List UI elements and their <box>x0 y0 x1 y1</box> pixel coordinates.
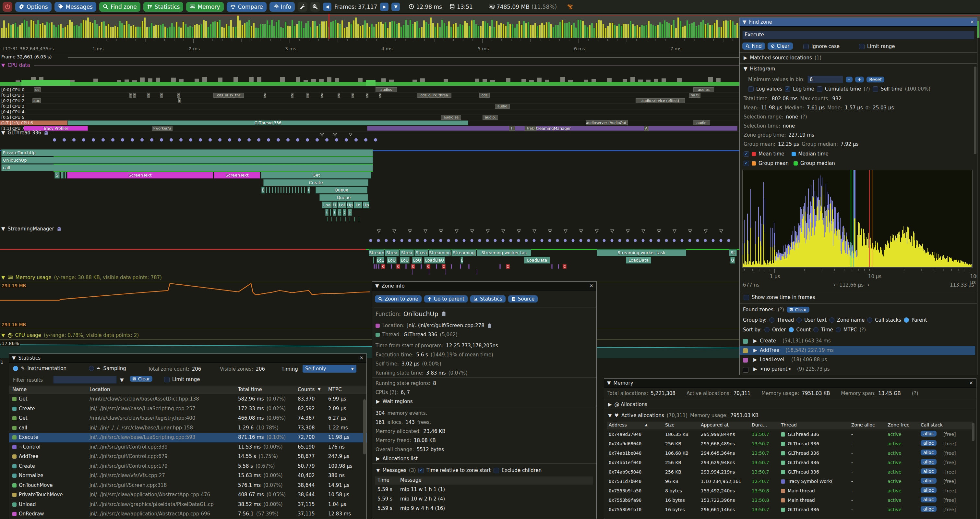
cpu-chip[interactable]: audioserver (AudioOut_D) <box>585 120 628 125</box>
lock-zone[interactable] <box>375 264 377 269</box>
column-header[interactable]: Appeared at <box>701 422 729 428</box>
found-zone-group[interactable]: ▶<no parent>(9) 225.73 µs <box>740 365 975 374</box>
timeline-zone[interactable]: ( <box>325 209 328 216</box>
collapse-icon[interactable]: ▼ <box>376 467 380 473</box>
self-time-checkbox[interactable] <box>873 86 878 92</box>
show-zone-time-checkbox[interactable] <box>744 295 749 300</box>
expand-icon[interactable]: ▶ <box>376 399 380 404</box>
cpu-chip[interactable]: c <box>133 93 136 98</box>
alloc-button[interactable]: alloc <box>921 497 937 503</box>
group-by-zone-name[interactable] <box>829 318 834 323</box>
free-link[interactable]: [free] <box>943 469 956 474</box>
timeline-zone[interactable]: Streaming <box>452 249 476 256</box>
limit-range-checkbox[interactable] <box>859 44 865 50</box>
collapse-icon[interactable]: ▼ <box>1 62 5 68</box>
find-button[interactable]: Find <box>742 43 765 50</box>
close-icon[interactable]: ✕ <box>359 355 364 361</box>
timeline-zone[interactable]: St <box>729 249 737 256</box>
find-zone-button[interactable]: Find zone <box>99 2 140 12</box>
timeline-zone[interactable]: Strea <box>414 249 428 256</box>
window-titlebar[interactable]: ▼Statistics✕ <box>9 354 366 363</box>
lock-zone[interactable] <box>558 264 559 269</box>
time-relative-checkbox[interactable]: ✓ <box>418 468 424 473</box>
lock-zone[interactable] <box>378 264 379 269</box>
column-header[interactable]: Zone alloc <box>851 422 875 428</box>
help-icon[interactable]: (?) <box>912 390 918 396</box>
window-titlebar[interactable]: ▼Zone info✕ <box>372 282 597 291</box>
free-link[interactable]: [free] <box>943 498 956 503</box>
cpu-chip[interactable]: c <box>177 93 180 98</box>
column-header[interactable]: Location <box>89 386 110 393</box>
alloc-button[interactable]: alloc <box>921 450 937 455</box>
close-icon[interactable]: ✕ <box>589 283 593 289</box>
log-time-checkbox[interactable]: ✓ <box>785 86 790 92</box>
sampling-radio[interactable] <box>89 366 94 371</box>
group-by-parent[interactable] <box>904 318 909 323</box>
timeline-zone[interactable]: Loa <box>322 201 332 208</box>
collapse-icon[interactable]: ▼ <box>743 19 746 25</box>
find-zone-search-input[interactable]: Execute <box>742 31 975 39</box>
cpu-chip[interactable]: audio.service (effect) <box>636 98 685 103</box>
alloc-button[interactable]: alloc <box>921 487 937 493</box>
table-row[interactable]: Createjni/../jni/src/claw/base/LuaScript… <box>9 404 367 414</box>
collapse-icon[interactable]: ▼ <box>375 283 379 289</box>
table-row[interactable]: Createjni/../jni/src/guif/Control.cpp:17… <box>9 462 367 471</box>
found-zone-group[interactable]: ▶LoadLevel(18) 406.88 µs <box>740 355 975 364</box>
expand-icon[interactable]: ▶ <box>753 338 757 344</box>
info-button[interactable]: Info <box>269 2 295 12</box>
expand-icon[interactable]: ▶ <box>376 456 380 462</box>
cpu-chip[interactable]: c <box>264 93 266 98</box>
column-header[interactable]: Message <box>400 477 422 483</box>
cpu-row[interactable]: [0:2] CPU 2auckaudio.service (effect) <box>0 98 740 104</box>
alloc-button[interactable]: alloc <box>921 468 937 474</box>
source-button[interactable]: Source <box>508 295 538 302</box>
table-row[interactable]: Get/mnt/e/claw/src/claw/base/AssetDict.h… <box>9 395 367 404</box>
ignore-case-checkbox[interactable] <box>803 44 809 50</box>
free-link[interactable]: [free] <box>943 479 956 484</box>
messages-button[interactable]: Messages <box>54 2 96 12</box>
cpu-chip[interactable]: c <box>160 93 163 98</box>
cpu-row[interactable]: [0:5] CPU 5audio.seaudio. <box>0 115 740 120</box>
zoom-to-zone-button[interactable]: Zoom to zone <box>375 295 422 302</box>
cpu-chip[interactable]: c <box>379 93 381 98</box>
cumulate-time-checkbox[interactable] <box>817 86 822 92</box>
free-link[interactable]: [free] <box>943 450 956 456</box>
cpu-chip[interactable]: cds_ol_rx_thr <box>213 93 244 98</box>
message-row[interactable]: 5.59 smip 9 w 4 h 4 (16) <box>375 505 593 514</box>
close-icon[interactable]: ✕ <box>969 380 973 386</box>
go-to-parent-button[interactable]: Go to parent <box>424 295 468 302</box>
lock-zone[interactable] <box>406 264 407 269</box>
cpu-chip[interactable]: c <box>147 93 150 98</box>
contended-zone[interactable]: C <box>506 264 510 269</box>
collapse-icon[interactable]: ▼ <box>607 380 611 386</box>
compare-button[interactable]: Compare <box>227 2 267 12</box>
timeline-zone[interactable]: ScreenText <box>214 172 260 179</box>
free-link[interactable]: [free] <box>943 432 956 437</box>
timeline-zone[interactable]: Lo <box>354 201 362 208</box>
funnel-icon[interactable]: ▼ <box>120 377 124 383</box>
timeline-zone[interactable]: LoadData <box>626 257 651 263</box>
found-zone-group[interactable]: ▶Create(54,131) 643.34 ms <box>740 337 975 346</box>
timeline-zone[interactable]: Loi <box>337 201 346 208</box>
cpu-chip[interactable]: c <box>337 93 340 98</box>
expand-icon[interactable]: ▶ <box>753 357 757 363</box>
histogram-plot[interactable] <box>742 170 972 268</box>
lock-zone[interactable] <box>468 264 469 269</box>
lock-zone[interactable] <box>436 264 437 269</box>
expand-icon[interactable]: ▶ <box>744 55 748 61</box>
min-bin-input[interactable]: 6 <box>808 76 843 83</box>
cpu-chip[interactable]: os <box>34 87 41 92</box>
cpu-chip[interactable]: k <box>178 98 181 103</box>
timeline-zone[interactable] <box>65 172 66 179</box>
found-zone-group[interactable]: ▶AddTree(18,542) 227.19 ms <box>740 346 975 355</box>
decrease-button[interactable]: - <box>846 77 853 83</box>
collapse-icon[interactable]: ▼ <box>608 412 612 418</box>
close-icon[interactable]: ✕ <box>970 19 974 25</box>
allocation-row[interactable]: 0x74a9d68040256 KB295,668,489ns13:50.7GL… <box>607 439 973 449</box>
cpu-zone[interactable]: GLThread 336 <box>67 120 468 125</box>
group-by-thread[interactable] <box>769 318 775 323</box>
timeline-zone[interactable]: Get <box>261 172 371 179</box>
clear-button[interactable]: ⊘Clear <box>768 43 793 50</box>
lock-zone[interactable] <box>500 264 501 269</box>
table-row[interactable]: calljni/../jni/../../../src/claw/base/Lu… <box>9 423 367 433</box>
